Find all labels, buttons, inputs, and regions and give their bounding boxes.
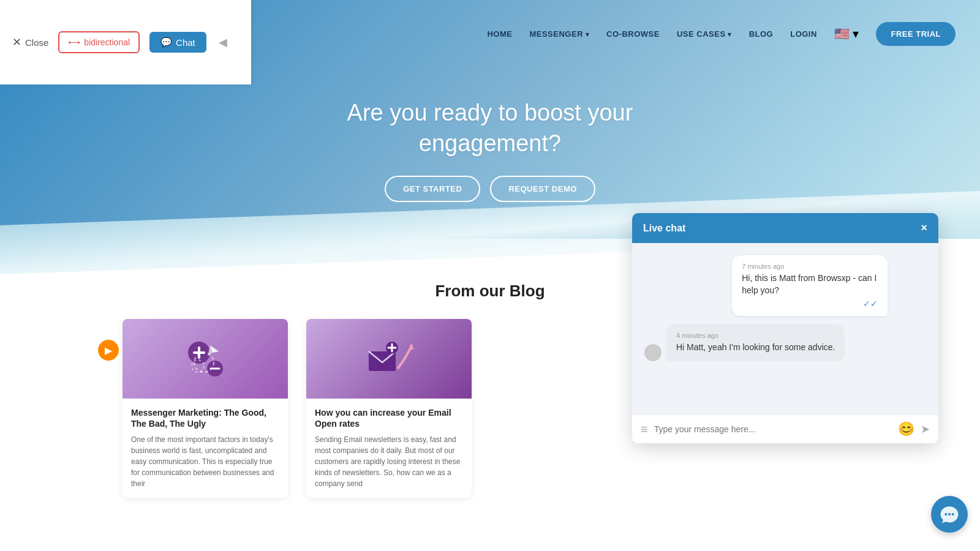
blog-card-2-title: How you can increase your Email Open rat… (315, 407, 463, 429)
blog-card-1-image (123, 319, 288, 399)
nav-messenger[interactable]: MESSENGER (529, 29, 589, 39)
nav-login[interactable]: LOGIN (790, 29, 817, 39)
close-label: Close (25, 37, 48, 48)
message-bubble-2: 4 minutes ago Hi Matt, yeah I'm looking … (666, 324, 845, 361)
blog-card-2[interactable]: How you can increase your Email Open rat… (306, 319, 472, 498)
play-icon: ▶ (105, 345, 112, 356)
svg-point-15 (948, 513, 951, 515)
blog-card-2-body: How you can increase your Email Open rat… (306, 399, 472, 498)
nav-home[interactable]: HOME (487, 29, 512, 39)
card-2-illustration (361, 334, 417, 383)
live-chat-body: 7 minutes ago Hi, this is Matt from Brow… (632, 243, 938, 414)
msg-time-1: 7 minutes ago (742, 263, 877, 270)
floating-chat-button[interactable] (931, 496, 968, 533)
close-button[interactable]: ✕ Close (12, 36, 48, 49)
svg-point-16 (952, 513, 954, 515)
msg-time-2: 4 minutes ago (676, 332, 835, 339)
bidirectional-button[interactable]: ⟷ bidirectional (58, 31, 140, 53)
message-1: 7 minutes ago Hi, this is Matt from Brow… (732, 255, 926, 316)
arrow-icon: ⟷ (68, 37, 80, 47)
request-demo-button[interactable]: REQUEST DEMO (490, 176, 595, 202)
card-1-illustration (181, 334, 230, 383)
nav-use-cases[interactable]: USE CASES (677, 29, 732, 39)
live-chat-footer: ≡ 😊 ➤ (632, 414, 938, 443)
toolbar: ✕ Close ⟷ bidirectional 💬 Chat ◀ (0, 0, 251, 84)
svg-point-14 (944, 513, 947, 515)
msg-ticks-1: ✓✓ (742, 299, 877, 309)
live-chat-title: Live chat (643, 223, 685, 234)
blog-card-2-image (306, 319, 472, 399)
nav-links: HOME MESSENGER CO-BROWSE USE CASES BLOG … (487, 22, 956, 46)
nav-blog[interactable]: BLOG (749, 29, 774, 39)
nav-cobrowse[interactable]: CO-BROWSE (606, 29, 660, 39)
chat-bubble-icon (940, 504, 959, 524)
blog-card-1-text: One of the most important factors in tod… (131, 434, 279, 489)
user-avatar (644, 344, 662, 361)
blog-card-1-title: Messenger Marketing: The Good, The Bad, … (131, 407, 279, 429)
msg-text-1: Hi, this is Matt from Browsxp - can I he… (742, 272, 877, 296)
blog-card-1[interactable]: Messenger Marketing: The Good, The Bad, … (123, 319, 288, 498)
collapse-icon[interactable]: ◀ (219, 36, 227, 49)
message-2: 4 minutes ago Hi Matt, yeah I'm looking … (644, 324, 926, 361)
language-flag[interactable]: 🇺🇸 ▾ (834, 26, 859, 41)
prev-arrow-button[interactable]: ▶ (98, 340, 119, 361)
blog-card-1-body: Messenger Marketing: The Good, The Bad, … (123, 399, 288, 498)
chat-label: Chat (176, 37, 195, 48)
chat-menu-icon[interactable]: ≡ (641, 422, 648, 437)
chat-input[interactable] (654, 424, 892, 434)
message-bubble-1: 7 minutes ago Hi, this is Matt from Brow… (732, 255, 887, 316)
bidirectional-label: bidirectional (84, 37, 130, 47)
emoji-icon[interactable]: 😊 (898, 421, 914, 437)
live-chat-close-button[interactable]: × (921, 222, 927, 234)
x-icon: ✕ (12, 36, 21, 49)
hero-buttons: GET STARTED REQUEST DEMO (385, 176, 595, 202)
chat-icon: 💬 (160, 37, 172, 48)
get-started-button[interactable]: GET STARTED (385, 176, 480, 202)
free-trial-button[interactable]: FREE TRIAL (876, 22, 956, 46)
live-chat-widget: Live chat × 7 minutes ago Hi, this is Ma… (632, 213, 938, 443)
chat-button[interactable]: 💬 Chat (149, 32, 206, 53)
blog-card-2-text: Sending Email newsletters is easy, fast … (315, 434, 463, 489)
send-icon[interactable]: ➤ (921, 422, 930, 436)
hero-title: Are you ready to boost yourengagement? (347, 98, 633, 159)
msg-text-2: Hi Matt, yeah I'm looking for some advic… (676, 342, 835, 354)
live-chat-header: Live chat × (632, 213, 938, 243)
